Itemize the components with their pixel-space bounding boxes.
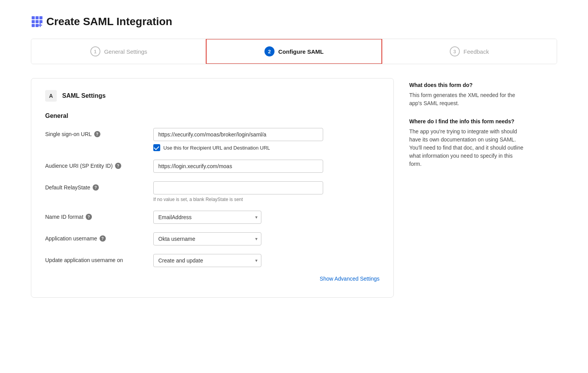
sso-url-label: Single sign-on URL ? (45, 128, 153, 137)
update-username-row: Update application username on Create an… (45, 254, 380, 267)
relay-state-help-icon[interactable]: ? (93, 184, 99, 191)
svg-rect-2 (39, 16, 42, 19)
relay-state-hint: If no value is set, a blank RelayState i… (153, 197, 380, 202)
name-id-format-label: Name ID format ? (45, 211, 153, 220)
sidebar-text-1: This form generates the XML needed for t… (409, 91, 525, 107)
sso-url-help-icon[interactable]: ? (94, 131, 100, 137)
show-advanced-link-area: Show Advanced Settings (45, 276, 380, 282)
app-username-select[interactable]: Okta username Email AD SAM Account Name … (153, 232, 261, 245)
name-id-format-select-wrapper: Unspecified EmailAddress X509SubjectName… (153, 211, 261, 224)
sso-url-input-group: Use this for Recipient URL and Destinati… (153, 128, 380, 151)
name-id-format-select[interactable]: Unspecified EmailAddress X509SubjectName… (153, 211, 261, 224)
svg-rect-1 (36, 16, 39, 19)
svg-rect-4 (36, 20, 39, 23)
svg-rect-7 (36, 24, 39, 27)
app-icon (31, 15, 43, 28)
update-username-select-group: Create and update Create only ▾ (153, 254, 380, 267)
svg-rect-0 (32, 16, 35, 19)
update-username-select-wrapper: Create and update Create only ▾ (153, 254, 261, 267)
sidebar-section-1: What does this form do? This form genera… (409, 82, 525, 107)
name-id-format-help-icon[interactable]: ? (86, 214, 92, 220)
sso-checkbox-label: Use this for Recipient URL and Destinati… (163, 145, 270, 151)
audience-uri-row: Audience URI (SP Entity ID) ? (45, 160, 380, 173)
step-1-label: General Settings (104, 48, 147, 55)
sidebar-text-2: The app you're trying to integrate with … (409, 128, 525, 168)
app-username-label: Application username ? (45, 232, 153, 242)
sidebar: What does this form do? This form genera… (409, 78, 525, 298)
app-username-select-wrapper: Okta username Email AD SAM Account Name … (153, 232, 261, 245)
relay-state-input-group: If no value is set, a blank RelayState i… (153, 181, 380, 202)
section-header: A SAML Settings (45, 90, 380, 102)
sidebar-heading-2: Where do I find the info this form needs… (409, 118, 525, 124)
content-area: A SAML Settings General Single sign-on U… (31, 78, 557, 298)
step-3-number: 3 (450, 46, 460, 56)
sso-url-input[interactable] (153, 128, 323, 141)
sidebar-heading-1: What does this form do? (409, 82, 525, 88)
svg-rect-5 (39, 20, 42, 23)
sso-url-row: Single sign-on URL ? Use this for Recipi… (45, 128, 380, 151)
audience-uri-input[interactable] (153, 160, 323, 173)
svg-rect-3 (32, 20, 35, 23)
update-username-label: Update application username on (45, 254, 153, 263)
relay-state-input[interactable] (153, 181, 323, 194)
step-configure-saml[interactable]: 2 Configure SAML (206, 39, 382, 64)
stepper: 1 General Settings 2 Configure SAML 3 Fe… (31, 39, 557, 64)
app-username-row: Application username ? Okta username Ema… (45, 232, 380, 245)
subsection-general: General (45, 112, 380, 119)
update-username-select[interactable]: Create and update Create only (153, 254, 261, 267)
section-letter: A (45, 90, 57, 102)
step-general-settings[interactable]: 1 General Settings (31, 39, 206, 64)
audience-uri-label: Audience URI (SP Entity ID) ? (45, 160, 153, 169)
svg-rect-6 (32, 24, 35, 27)
name-id-format-select-group: Unspecified EmailAddress X509SubjectName… (153, 211, 380, 224)
step-3-label: Feedback (464, 48, 489, 55)
page-heading: Create SAML Integration (46, 15, 172, 28)
relay-state-label: Default RelayState ? (45, 181, 153, 191)
app-username-select-group: Okta username Email AD SAM Account Name … (153, 232, 380, 245)
sidebar-section-2: Where do I find the info this form needs… (409, 118, 525, 168)
audience-uri-help-icon[interactable]: ? (115, 163, 121, 169)
relay-state-row: Default RelayState ? If no value is set,… (45, 181, 380, 202)
sso-checkbox-row: Use this for Recipient URL and Destinati… (153, 144, 380, 151)
show-advanced-settings-link[interactable]: Show Advanced Settings (320, 276, 380, 282)
step-2-number: 2 (264, 46, 275, 56)
section-title: SAML Settings (62, 92, 106, 99)
form-panel: A SAML Settings General Single sign-on U… (31, 78, 394, 298)
page-title-area: Create SAML Integration (31, 15, 557, 28)
audience-uri-input-group (153, 160, 380, 173)
step-2-label: Configure SAML (278, 48, 324, 55)
step-1-number: 1 (90, 46, 100, 56)
step-feedback[interactable]: 3 Feedback (382, 39, 557, 64)
sso-checkbox[interactable] (153, 144, 160, 151)
name-id-format-row: Name ID format ? Unspecified EmailAddres… (45, 211, 380, 224)
app-username-help-icon[interactable]: ? (100, 235, 106, 242)
